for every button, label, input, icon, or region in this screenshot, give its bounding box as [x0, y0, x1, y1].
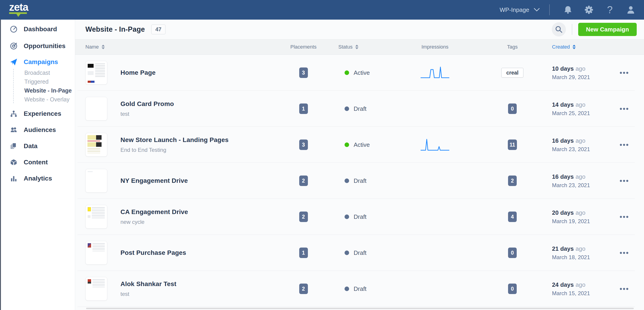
- profile-icon[interactable]: [626, 5, 636, 15]
- page-title: Website - In-Page: [86, 25, 145, 34]
- search-button[interactable]: [552, 22, 566, 37]
- table-header: Name Placements Status Impressions Tags …: [75, 39, 644, 55]
- table-row[interactable]: Gold Card Promo test 1 Draft 0 14 daysag…: [75, 91, 644, 127]
- column-header-name[interactable]: Name: [86, 40, 290, 55]
- tag-chip: creal: [501, 68, 524, 78]
- column-header-placements: Placements: [290, 40, 316, 55]
- sidebar-item-content[interactable]: Content: [0, 157, 75, 167]
- chevron-down-icon: [534, 8, 540, 12]
- experiences-sitemap-icon: [10, 110, 18, 118]
- tags-count-badge: 4: [508, 211, 517, 222]
- zeta-logo-swoosh: [9, 12, 27, 17]
- sidebar-item-experiences[interactable]: Experiences: [0, 109, 75, 119]
- sidebar-item-triggered[interactable]: Triggered: [24, 78, 75, 86]
- zeta-logo[interactable]: zeta: [9, 2, 28, 18]
- status-label: Active: [354, 141, 370, 148]
- created-relative: 10 days: [552, 65, 574, 72]
- campaign-subtitle: test: [120, 291, 176, 297]
- tags-cell: 0: [490, 283, 535, 294]
- topbar-divider: [549, 4, 550, 15]
- placements-badge: 2: [299, 211, 308, 222]
- campaign-name[interactable]: Post Purchase Pages: [120, 249, 186, 256]
- created-date: March 19, 2021: [552, 218, 590, 224]
- sidebar-item-website-overlay[interactable]: Website - Overlay: [24, 96, 75, 103]
- audiences-people-icon: [10, 126, 18, 134]
- sidebar-item-opportunities[interactable]: Opportunities: [0, 41, 75, 51]
- campaigns-paper-plane-icon: [10, 58, 18, 66]
- campaign-name[interactable]: NY Engagement Drive: [120, 177, 188, 184]
- table-row[interactable]: Home Page 3 Active creal 10 daysago Marc…: [75, 55, 644, 91]
- page-header: Website - In-Page 47 New Campaign: [75, 20, 644, 39]
- created-date: March 29, 2021: [552, 74, 590, 81]
- row-actions-menu[interactable]: [618, 250, 630, 256]
- row-actions-menu[interactable]: [618, 106, 630, 112]
- status-label: Draft: [354, 177, 366, 184]
- controls-divider: [572, 24, 572, 35]
- campaign-subtitle: End to End Testing: [120, 147, 229, 153]
- campaign-name[interactable]: New Store Launch - Landing Pages: [120, 136, 229, 144]
- sidebar-item-analytics[interactable]: Analytics: [0, 173, 75, 183]
- created-relative: 14 days: [552, 101, 574, 108]
- status-label: Active: [354, 69, 370, 76]
- status-dot: [344, 142, 349, 147]
- sidebar-item-data[interactable]: Data: [0, 141, 75, 151]
- table-row[interactable]: Post Purchase Pages 1 Draft 0 21 daysago…: [75, 235, 644, 271]
- row-actions-menu[interactable]: [618, 70, 630, 76]
- new-campaign-button[interactable]: New Campaign: [578, 23, 637, 36]
- analytics-bars-icon: [10, 175, 18, 182]
- dashboard-icon: [10, 25, 18, 33]
- notifications-bell-icon[interactable]: [563, 5, 573, 15]
- status-label: Draft: [354, 249, 366, 256]
- placements-badge: 1: [299, 104, 308, 114]
- impressions-sparkline: [380, 66, 490, 79]
- table-row[interactable]: Alok Shankar Test test 2 Draft 0 24 days…: [75, 271, 644, 307]
- campaign-thumbnail: [86, 241, 107, 265]
- status-dot: [344, 286, 349, 291]
- sidebar-item-audiences[interactable]: Audiences: [0, 125, 75, 135]
- campaign-count-badge: 47: [151, 24, 166, 35]
- campaign-name[interactable]: CA Engagement Drive: [120, 208, 188, 216]
- tags-count-badge: 0: [508, 283, 517, 294]
- column-header-impressions: Impressions: [380, 40, 490, 55]
- content-cube-icon: [10, 158, 18, 166]
- row-actions-menu[interactable]: [618, 178, 630, 184]
- table-row[interactable]: NY Engagement Drive 2 Draft 2 16 daysago…: [75, 163, 644, 199]
- campaign-thumbnail: [86, 133, 107, 157]
- created-relative: 16 days: [552, 173, 574, 180]
- sidebar-item-campaigns[interactable]: Campaigns: [0, 57, 75, 67]
- campaign-name[interactable]: Home Page: [120, 69, 156, 76]
- account-selector[interactable]: WP-Inpage: [500, 7, 540, 14]
- row-actions-menu[interactable]: [618, 286, 630, 292]
- sidebar-item-website-in-page[interactable]: Website - In-Page: [24, 87, 75, 94]
- tags-cell: creal: [490, 68, 535, 78]
- settings-gear-icon[interactable]: [584, 5, 594, 15]
- tags-count-badge: 11: [508, 140, 517, 150]
- sidebar-item-dashboard[interactable]: Dashboard: [0, 24, 75, 34]
- table-row[interactable]: New Store Launch - Landing Pages End to …: [75, 127, 644, 163]
- search-icon: [554, 25, 564, 34]
- window-edge: [0, 20, 1, 310]
- status-dot: [344, 214, 349, 219]
- column-header-created[interactable]: Created: [535, 40, 601, 55]
- status-label: Draft: [354, 105, 366, 112]
- row-actions-menu[interactable]: [618, 214, 630, 220]
- help-icon[interactable]: ?: [605, 5, 615, 15]
- campaign-name[interactable]: Alok Shankar Test: [120, 280, 176, 288]
- top-navigation-bar: zeta WP-Inpage ?: [0, 0, 644, 20]
- tags-cell: 4: [490, 211, 535, 222]
- horizontal-scrollbar[interactable]: [86, 308, 634, 309]
- status-dot: [344, 71, 349, 75]
- placements-badge: 1: [299, 247, 308, 258]
- table-row[interactable]: CA Engagement Drive new cycle 2 Draft 4 …: [75, 199, 644, 235]
- placements-badge: 2: [299, 283, 308, 294]
- sort-arrows-icon: [102, 45, 105, 49]
- status-dot: [344, 250, 349, 255]
- tags-cell: 2: [490, 175, 535, 186]
- row-actions-menu[interactable]: [618, 142, 630, 148]
- campaign-name[interactable]: Gold Card Promo: [120, 100, 174, 108]
- created-relative: 20 days: [552, 209, 574, 216]
- column-header-tags: Tags: [490, 40, 535, 55]
- sidebar-item-broadcast[interactable]: Broadcast: [24, 69, 75, 77]
- tags-cell: 0: [490, 247, 535, 258]
- column-header-status[interactable]: Status: [316, 40, 380, 55]
